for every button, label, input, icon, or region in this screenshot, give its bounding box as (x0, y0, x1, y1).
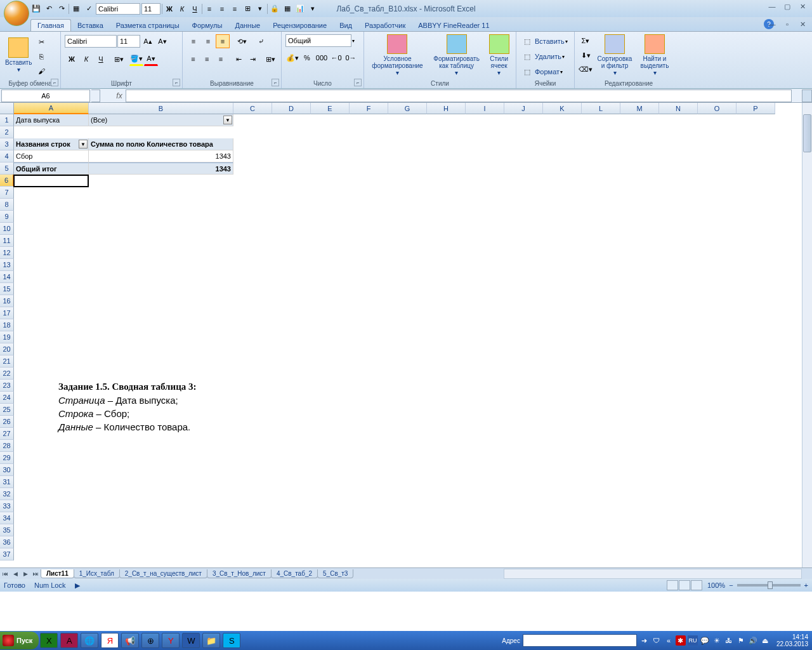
bold-button[interactable]: Ж (65, 52, 79, 66)
chart-icon[interactable]: 📊 (294, 3, 306, 15)
sheet-tab[interactable]: 5_Св_т3 (317, 569, 353, 578)
qat-font-combo[interactable]: Calibri (96, 3, 140, 15)
align-center-button[interactable]: ≡ (200, 52, 214, 66)
merge-icon[interactable]: ⊞ (242, 3, 253, 15)
tab-layout[interactable]: Разметка страницы (110, 20, 186, 31)
shrink-font-icon[interactable]: A▾ (155, 34, 169, 48)
delete-cells-button[interactable]: Удалить (535, 53, 561, 60)
row-header-17[interactable]: 17 (0, 307, 14, 319)
col-header-G[interactable]: G (388, 103, 427, 114)
sheet-last-button[interactable]: ⏭ (30, 569, 41, 579)
sheet-tab-active[interactable]: Лист11 (41, 569, 74, 578)
cell-b1[interactable]: (Все) (89, 114, 233, 126)
bottom-align-icon[interactable]: ≡ (216, 34, 230, 48)
tray-go-icon[interactable]: ➜ (639, 635, 650, 646)
align-left-icon[interactable]: ≡ (204, 3, 215, 15)
col-header-I[interactable]: I (466, 103, 504, 114)
cut-icon[interactable]: ✂ (34, 36, 48, 49)
doc-restore-button[interactable]: ▫ (780, 19, 794, 29)
redo-icon[interactable]: ↷ (56, 3, 67, 15)
align-right-icon[interactable]: ≡ (229, 3, 240, 15)
italic-button[interactable]: К (79, 52, 93, 66)
select-all-corner[interactable] (0, 103, 14, 114)
row-header-9[interactable]: 9 (0, 211, 14, 223)
autosum-icon[interactable]: Σ▾ (579, 34, 593, 48)
row-header-10[interactable]: 10 (0, 223, 14, 235)
row-filter-dropdown[interactable]: ▼ (79, 140, 88, 149)
row-header-35[interactable]: 35 (0, 524, 14, 536)
row-header-22[interactable]: 22 (0, 368, 14, 380)
tab-review[interactable]: Рецензирование (266, 20, 333, 31)
row-header-2[interactable]: 2 (0, 126, 14, 138)
row-header-20[interactable]: 20 (0, 343, 14, 355)
tab-data[interactable]: Данные (228, 20, 266, 31)
row-header-33[interactable]: 33 (0, 500, 14, 512)
taskbar-yandex-icon[interactable]: Я (101, 633, 119, 648)
tab-view[interactable]: Вид (333, 20, 358, 31)
tab-developer[interactable]: Разработчик (358, 20, 412, 31)
fx-icon[interactable]: fx (113, 90, 126, 102)
tray-shield-icon[interactable]: 🛡 (652, 635, 662, 646)
row-header-36[interactable]: 36 (0, 536, 14, 548)
row-header-28[interactable]: 28 (0, 440, 14, 452)
wrap-text-icon[interactable]: ⤶ (254, 34, 268, 48)
middle-align-icon[interactable]: ≡ (201, 34, 215, 48)
zoom-in-button[interactable]: + (804, 581, 808, 589)
tray-usb-icon[interactable]: ⏏ (760, 635, 770, 646)
zoom-out-button[interactable]: − (729, 581, 733, 589)
tab-abbyy[interactable]: ABBYY FineReader 11 (412, 20, 495, 31)
grow-font-icon[interactable]: A▴ (141, 34, 155, 48)
row-header-19[interactable]: 19 (0, 331, 14, 343)
row-header-6[interactable]: 6 (0, 175, 14, 187)
lock-icon[interactable]: 🔒 (269, 3, 280, 15)
align-center-icon[interactable]: ≡ (216, 3, 228, 15)
page-break-view-button[interactable] (691, 580, 702, 590)
sheet-tab[interactable]: 3_Св_т_Нов_лист (207, 569, 272, 578)
name-box-dropdown[interactable] (91, 90, 100, 102)
row-header-34[interactable]: 34 (0, 512, 14, 524)
row-header-23[interactable]: 23 (0, 380, 14, 392)
zoom-thumb[interactable] (768, 581, 773, 589)
insert-cell-icon[interactable]: ⬚ (520, 34, 534, 48)
tab-home[interactable]: Главная (30, 19, 71, 31)
taskbar-folder-icon[interactable]: 📁 (202, 633, 220, 648)
cell-a5[interactable]: Общий итог (14, 162, 89, 175)
taskbar-ie-icon[interactable]: 🌐 (81, 633, 98, 648)
underline-icon[interactable]: Ч (189, 3, 200, 15)
sort-filter-button[interactable]: Сортировка и фильтр ▾ (594, 33, 636, 77)
clock[interactable]: 14:1422.03.2013 (776, 633, 808, 647)
row-header-11[interactable]: 11 (0, 235, 14, 247)
taskbar-yandex2-icon[interactable]: Y (162, 633, 180, 648)
sheet-first-button[interactable]: ⏮ (0, 569, 10, 579)
row-header-5[interactable]: 5 (0, 162, 14, 175)
row-header-4[interactable]: 4 (0, 150, 14, 162)
row-header-29[interactable]: 29 (0, 452, 14, 464)
align-right-button[interactable]: ≡ (214, 52, 228, 66)
page-filter-dropdown[interactable]: ▼ (223, 116, 232, 124)
col-header-H[interactable]: H (427, 103, 466, 114)
col-header-D[interactable]: D (272, 103, 311, 114)
cell-a3[interactable]: Названия строк (14, 138, 89, 150)
row-header-30[interactable]: 30 (0, 464, 14, 476)
dd-icon[interactable]: ▾ (254, 3, 266, 15)
cell-a4[interactable]: Сбор (14, 150, 89, 162)
new-icon[interactable]: ▦ (70, 3, 82, 15)
col-header-B[interactable]: B (89, 103, 233, 114)
insert-cells-button[interactable]: Вставить (535, 37, 565, 45)
save-icon[interactable]: 💾 (30, 3, 42, 15)
italic-icon[interactable]: К (176, 3, 188, 15)
row-header-18[interactable]: 18 (0, 319, 14, 331)
formula-expand-button[interactable] (802, 90, 812, 102)
minimize-button[interactable]: — (765, 1, 779, 11)
row-header-21[interactable]: 21 (0, 355, 14, 368)
col-header-F[interactable]: F (350, 103, 388, 114)
page-layout-view-button[interactable] (679, 580, 690, 590)
qat-fontsize-combo[interactable]: 11 (141, 3, 160, 15)
underline-button[interactable]: Ч (94, 52, 108, 66)
border-button[interactable]: ⊞▾ (112, 52, 126, 66)
format-cells-button[interactable]: Формат (535, 68, 560, 76)
fill-color-button[interactable]: 🪣▾ (129, 52, 143, 66)
taskbar-excel-icon[interactable]: X (40, 633, 58, 648)
number-launcher[interactable]: ⌐ (354, 79, 362, 86)
sheet-prev-button[interactable]: ◀ (10, 569, 20, 579)
